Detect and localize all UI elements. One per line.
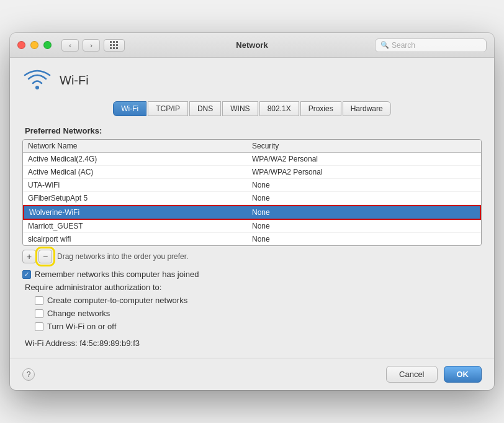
network-security: None bbox=[252, 222, 476, 230]
search-bar[interactable]: 🔍 Search bbox=[375, 39, 487, 52]
tab-dns[interactable]: DNS bbox=[189, 101, 221, 116]
col-security: Security bbox=[252, 142, 476, 150]
wifi-address-value: f4:5c:89:89:b9:f3 bbox=[79, 339, 140, 348]
tab-wins[interactable]: WINS bbox=[222, 101, 258, 116]
change-networks-label: Change networks bbox=[47, 309, 110, 318]
sub-options: Create computer-to-computer networks Cha… bbox=[35, 296, 482, 331]
table-row[interactable]: Active Medical (AC) WPA/WPA2 Personal bbox=[23, 166, 481, 179]
network-security: None bbox=[252, 235, 476, 243]
panel-title: Wi-Fi bbox=[60, 73, 89, 88]
main-window: ‹ › Network 🔍 Search bbox=[10, 33, 494, 390]
titlebar: ‹ › Network 🔍 Search bbox=[10, 33, 494, 58]
create-network-row: Create computer-to-computer networks bbox=[35, 296, 482, 305]
add-network-button[interactable]: + bbox=[22, 250, 36, 263]
network-name: UTA-WiFi bbox=[28, 181, 252, 189]
minimize-button[interactable] bbox=[30, 41, 38, 49]
turn-wifi-checkbox[interactable] bbox=[35, 322, 43, 331]
network-name: slcairport wifi bbox=[28, 235, 252, 243]
network-name: Marriott_GUEST bbox=[28, 222, 252, 230]
tab-wifi[interactable]: Wi-Fi bbox=[113, 101, 146, 116]
remember-networks-checkbox[interactable] bbox=[22, 270, 31, 279]
grid-icon bbox=[110, 41, 119, 50]
col-network-name: Network Name bbox=[28, 142, 252, 150]
wifi-address-label: Wi-Fi Address: bbox=[25, 339, 78, 348]
table-row[interactable]: UTA-WiFi None bbox=[23, 179, 481, 192]
maximize-button[interactable] bbox=[43, 41, 52, 49]
networks-table: Network Name Security Active Medical(2.4… bbox=[22, 139, 482, 246]
svg-point-0 bbox=[35, 86, 39, 89]
table-row-selected[interactable]: Wolverine-WiFi None bbox=[23, 205, 481, 220]
tab-tcpip[interactable]: TCP/IP bbox=[148, 101, 188, 116]
remove-network-button[interactable]: − bbox=[38, 250, 52, 263]
ok-button[interactable]: OK bbox=[444, 366, 482, 383]
panel-header: Wi-Fi bbox=[22, 68, 482, 93]
require-auth-label: Require administrator authorization to: bbox=[25, 283, 482, 292]
table-row[interactable]: Active Medical(2.4G) WPA/WA2 Personal bbox=[23, 153, 481, 166]
network-name: Active Medical (AC) bbox=[28, 168, 252, 176]
network-security: WPA/WA2 Personal bbox=[252, 155, 476, 163]
grid-button[interactable] bbox=[104, 39, 125, 52]
networks-section-label: Preferred Networks: bbox=[25, 126, 482, 135]
wifi-address: Wi-Fi Address: f4:5c:89:89:b9:f3 bbox=[25, 339, 482, 348]
table-header: Network Name Security bbox=[23, 140, 481, 153]
traffic-lights bbox=[17, 41, 52, 49]
footer: ? Cancel OK bbox=[10, 358, 494, 390]
search-placeholder: Search bbox=[392, 41, 415, 50]
turn-wifi-row: Turn Wi-Fi on or off bbox=[35, 322, 482, 331]
change-networks-checkbox[interactable] bbox=[35, 309, 43, 318]
network-security: None bbox=[252, 181, 476, 189]
change-networks-row: Change networks bbox=[35, 309, 482, 318]
cancel-button[interactable]: Cancel bbox=[386, 366, 437, 383]
tab-8021x[interactable]: 802.1X bbox=[259, 101, 299, 116]
tab-hardware[interactable]: Hardware bbox=[343, 101, 391, 116]
create-network-checkbox[interactable] bbox=[35, 296, 43, 305]
remember-networks-label: Remember networks this computer has join… bbox=[35, 270, 199, 279]
create-network-label: Create computer-to-computer networks bbox=[47, 296, 187, 305]
turn-wifi-label: Turn Wi-Fi on or off bbox=[47, 322, 116, 331]
drag-hint: Drag networks into the order you prefer. bbox=[57, 252, 188, 261]
close-button[interactable] bbox=[17, 41, 25, 49]
network-name: Active Medical(2.4G) bbox=[28, 155, 252, 163]
tab-bar: Wi-Fi TCP/IP DNS WINS 802.1X Proxies Har… bbox=[22, 101, 482, 116]
row-controls: + − Drag networks into the order you pre… bbox=[22, 250, 482, 263]
content-area: Wi-Fi Wi-Fi TCP/IP DNS WINS 802.1X Proxi… bbox=[10, 58, 494, 358]
window-title: Network bbox=[236, 40, 268, 50]
remember-networks-row: Remember networks this computer has join… bbox=[22, 270, 482, 279]
nav-buttons: ‹ › bbox=[61, 39, 100, 52]
network-name: Wolverine-WiFi bbox=[29, 208, 252, 217]
network-security: None bbox=[252, 208, 475, 217]
network-name: GFiberSetupApt 5 bbox=[28, 194, 252, 202]
tab-proxies[interactable]: Proxies bbox=[300, 101, 341, 116]
table-row[interactable]: slcairport wifi None bbox=[23, 233, 481, 245]
wifi-icon bbox=[22, 68, 52, 93]
back-button[interactable]: ‹ bbox=[61, 39, 79, 52]
network-security: WPA/WPA2 Personal bbox=[252, 168, 476, 176]
search-icon: 🔍 bbox=[380, 41, 389, 49]
table-row[interactable]: GFiberSetupApt 5 None bbox=[23, 192, 481, 205]
table-row[interactable]: Marriott_GUEST None bbox=[23, 220, 481, 233]
help-button[interactable]: ? bbox=[22, 368, 35, 381]
network-security: None bbox=[252, 194, 476, 202]
forward-button[interactable]: › bbox=[83, 39, 100, 52]
